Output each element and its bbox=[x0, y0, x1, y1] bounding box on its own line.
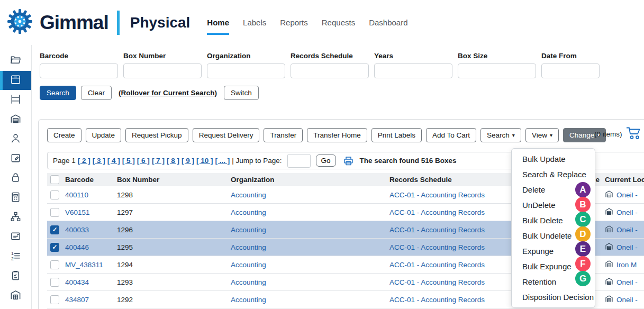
page-link-5[interactable]: [ 5 ] bbox=[122, 157, 135, 165]
years-input[interactable] bbox=[374, 63, 452, 78]
warehouse-location-icon bbox=[605, 190, 613, 199]
barcode-link[interactable]: 400434 bbox=[65, 278, 89, 286]
box-number-cell: 1298 bbox=[117, 191, 231, 199]
organization-link[interactable]: Accounting bbox=[231, 208, 266, 216]
jump-to-page-input[interactable] bbox=[287, 154, 311, 168]
location-link[interactable]: Oneil - bbox=[616, 243, 638, 251]
location-link[interactable]: Oneil - bbox=[616, 296, 638, 304]
sidebar-item-security-lock[interactable] bbox=[0, 169, 31, 188]
page-link-3[interactable]: [ 3 ] bbox=[93, 157, 105, 165]
page-link-6[interactable]: [ 6 ] bbox=[137, 157, 150, 165]
records-schedule-link[interactable]: ACC-01 - Accounting Records bbox=[389, 296, 485, 304]
go-button[interactable]: Go bbox=[316, 154, 336, 167]
records-schedule-input[interactable] bbox=[291, 63, 369, 78]
organization-link[interactable]: Accounting bbox=[231, 243, 266, 251]
transfer-home-button[interactable]: Transfer Home bbox=[307, 128, 367, 142]
organization-link[interactable]: Accounting bbox=[231, 261, 266, 269]
location-link[interactable]: Oneil - bbox=[616, 191, 638, 199]
records-schedule-link[interactable]: ACC-01 - Accounting Records bbox=[389, 261, 485, 269]
nav-reports[interactable]: Reports bbox=[280, 18, 308, 27]
records-schedule-link[interactable]: ACC-01 - Accounting Records bbox=[389, 208, 485, 216]
request-pickup-button[interactable]: Request Pickup bbox=[125, 128, 188, 142]
nav-requests[interactable]: Requests bbox=[322, 18, 355, 27]
select-all-checkbox[interactable] bbox=[50, 175, 59, 184]
location-link[interactable]: Iron M bbox=[616, 261, 637, 269]
search-dropdown-button[interactable]: Search▾ bbox=[480, 128, 521, 142]
request-delivery-button[interactable]: Request Delivery bbox=[193, 128, 260, 142]
sidebar-item-schedule-edit[interactable] bbox=[0, 149, 31, 168]
menu-item-disposition-decision[interactable]: Disposition Decision bbox=[512, 289, 595, 305]
svg-text:2: 2 bbox=[11, 256, 14, 261]
page-link-more[interactable]: [ ... ] bbox=[215, 157, 230, 165]
sidebar-item-boxes[interactable] bbox=[0, 71, 31, 90]
organization-link[interactable]: Accounting bbox=[231, 226, 266, 234]
nav-labels[interactable]: Labels bbox=[243, 18, 266, 27]
location-link[interactable]: Oneil - bbox=[616, 208, 638, 216]
menu-item-bulk-update[interactable]: Bulk Update bbox=[512, 151, 595, 167]
update-button[interactable]: Update bbox=[86, 128, 122, 142]
sidebar-item-numbered-list[interactable]: 12 bbox=[0, 247, 31, 266]
page-link-7[interactable]: [ 7 ] bbox=[152, 157, 165, 165]
records-schedule-link[interactable]: ACC-01 - Accounting Records bbox=[389, 226, 485, 234]
search-button[interactable]: Search bbox=[40, 86, 76, 100]
switch-button[interactable]: Switch bbox=[224, 86, 259, 100]
add-to-cart-button[interactable]: Add To Cart bbox=[426, 128, 476, 142]
view-dropdown-button[interactable]: View▾ bbox=[525, 128, 559, 142]
organization-link[interactable]: Accounting bbox=[231, 278, 266, 286]
date-from-input[interactable] bbox=[541, 63, 600, 78]
location-link[interactable]: Oneil - bbox=[616, 226, 638, 234]
clipboard-icon bbox=[10, 269, 22, 284]
sidebar-item-shelving[interactable] bbox=[0, 90, 31, 110]
sidebar-item-open-folder[interactable] bbox=[0, 51, 31, 70]
organization-link[interactable]: Accounting bbox=[231, 296, 266, 304]
create-button[interactable]: Create bbox=[47, 128, 81, 142]
row-checkbox[interactable]: ✓ bbox=[50, 225, 59, 234]
barcode-input[interactable] bbox=[40, 63, 118, 78]
box-number-cell: 1295 bbox=[117, 243, 231, 251]
sidebar-item-invoice-document[interactable] bbox=[0, 188, 31, 207]
records-schedule-link[interactable]: ACC-01 - Accounting Records bbox=[389, 278, 485, 286]
page-link-2[interactable]: [ 2 ] bbox=[78, 157, 90, 165]
barcode-link[interactable]: V60151 bbox=[65, 208, 90, 216]
sidebar-item-user[interactable] bbox=[0, 130, 31, 149]
sidebar-item-facility-storage[interactable] bbox=[0, 286, 31, 305]
barcode-link[interactable]: MV_438311 bbox=[65, 261, 103, 269]
page-link-8[interactable]: [ 8 ] bbox=[167, 157, 179, 165]
box-number-input[interactable] bbox=[123, 63, 202, 78]
nav-home[interactable]: Home bbox=[207, 18, 229, 27]
row-checkbox[interactable] bbox=[50, 208, 59, 217]
clear-button[interactable]: Clear bbox=[81, 86, 112, 100]
row-checkbox[interactable]: ✓ bbox=[50, 243, 59, 252]
records-schedule-link[interactable]: ACC-01 - Accounting Records bbox=[389, 191, 485, 199]
page-link-10[interactable]: [ 10 ] bbox=[196, 157, 213, 165]
header-barcode: Barcode bbox=[63, 176, 117, 184]
records-schedule-link[interactable]: ACC-01 - Accounting Records bbox=[389, 243, 485, 251]
print-labels-button[interactable]: Print Labels bbox=[371, 128, 422, 142]
cart-summary[interactable]: (0 items) bbox=[594, 126, 641, 142]
sidebar-item-org-chart[interactable] bbox=[0, 208, 31, 227]
page-link-9[interactable]: [ 9 ] bbox=[182, 157, 194, 165]
date-from-label: Date From bbox=[541, 52, 600, 60]
nav-dashboard[interactable]: Dashboard bbox=[369, 18, 407, 27]
transfer-button[interactable]: Transfer bbox=[264, 128, 303, 142]
row-checkbox[interactable] bbox=[50, 190, 59, 199]
barcode-link[interactable]: 400033 bbox=[65, 226, 89, 234]
print-icon[interactable] bbox=[343, 156, 353, 166]
row-checkbox[interactable] bbox=[50, 260, 59, 269]
location-link[interactable]: Oneil - bbox=[616, 278, 638, 286]
cart-icon[interactable] bbox=[625, 126, 641, 142]
box-size-input[interactable] bbox=[458, 63, 536, 78]
barcode-link[interactable]: 400446 bbox=[65, 243, 89, 251]
row-checkbox[interactable] bbox=[50, 295, 59, 304]
rollover-current-search-link[interactable]: (Rollover for Current Search) bbox=[119, 89, 217, 97]
barcode-link[interactable]: 400110 bbox=[65, 191, 88, 199]
organization-input[interactable] bbox=[207, 63, 285, 78]
page-link-4[interactable]: [ 4 ] bbox=[107, 157, 120, 165]
row-checkbox[interactable] bbox=[50, 278, 59, 287]
sidebar-item-request-card[interactable] bbox=[0, 228, 31, 247]
sidebar-item-warehouse[interactable] bbox=[0, 110, 31, 129]
organization-link[interactable]: Accounting bbox=[231, 191, 266, 199]
menu-item-search-replace[interactable]: Search & Replace bbox=[512, 167, 595, 182]
sidebar-item-audit-clipboard[interactable] bbox=[0, 267, 31, 286]
barcode-link[interactable]: 434807 bbox=[65, 296, 89, 304]
